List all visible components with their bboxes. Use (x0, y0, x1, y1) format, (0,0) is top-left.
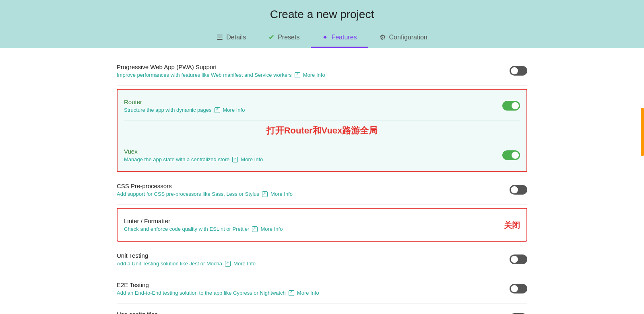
unit-external-icon[interactable] (225, 261, 231, 267)
pwa-toggle[interactable] (510, 66, 527, 76)
feature-css-label: CSS Pre-processors (117, 183, 510, 189)
linter-external-icon[interactable] (252, 226, 258, 232)
feature-config-label: Use config files (117, 311, 510, 314)
details-icon: ☰ (217, 33, 223, 42)
unit-more-info[interactable]: More Info (233, 261, 256, 267)
feature-router-desc: Structure the app with dynamic pages Mor… (124, 107, 502, 113)
pwa-external-icon[interactable] (295, 72, 300, 78)
pwa-slider (510, 66, 527, 76)
scrollbar-thumb[interactable] (641, 108, 644, 156)
css-external-icon[interactable] (262, 191, 268, 197)
feature-vuex: Vuex Manage the app state with a central… (124, 141, 520, 170)
tab-features[interactable]: ✦ Features (311, 28, 368, 48)
page-header: Create a new project ☰ Details ✔ Presets… (0, 0, 644, 48)
router-vuex-annotation: 打开Router和Vuex路游全局 (124, 121, 520, 141)
feature-linter-desc: Check and enforce code quality with ESLi… (124, 226, 504, 232)
router-external-icon[interactable] (215, 107, 220, 113)
tab-presets[interactable]: ✔ Presets (257, 28, 311, 48)
presets-icon: ✔ (268, 33, 275, 42)
e2e-toggle[interactable] (510, 284, 527, 293)
feature-e2e-label: E2E Testing (117, 281, 510, 288)
feature-linter-label: Linter / Formatter (124, 218, 504, 224)
feature-unit-testing: Unit Testing Add a Unit Testing solution… (117, 245, 527, 274)
feature-css-desc: Add support for CSS pre-processors like … (117, 191, 510, 197)
feature-pwa-desc: Improve performances with features like … (117, 72, 510, 78)
feature-e2e-desc: Add an End-to-End testing solution to th… (117, 290, 510, 296)
unit-slider (510, 254, 527, 264)
vuex-external-icon[interactable] (232, 157, 238, 162)
tab-details[interactable]: ☰ Details (205, 28, 257, 48)
linter-highlight: Linter / Formatter Check and enforce cod… (117, 208, 527, 242)
feature-css-preprocessors: CSS Pre-processors Add support for CSS p… (117, 175, 527, 205)
feature-router-label: Router (124, 99, 502, 105)
linter-more-info[interactable]: More Info (260, 226, 283, 232)
router-more-info[interactable]: More Info (223, 107, 245, 113)
e2e-slider (510, 284, 527, 293)
tab-configuration[interactable]: ⚙ Configuration (368, 28, 439, 48)
features-icon: ✦ (322, 33, 328, 42)
features-list: Progressive Web App (PWA) Support Improv… (93, 48, 551, 314)
scrollbar[interactable] (641, 48, 644, 314)
vuex-more-info[interactable]: More Info (241, 156, 263, 162)
configuration-icon: ⚙ (380, 33, 386, 42)
feature-pwa: Progressive Web App (PWA) Support Improv… (117, 56, 527, 86)
feature-vuex-desc: Manage the app state with a centralized … (124, 156, 502, 162)
e2e-more-info[interactable]: More Info (297, 290, 319, 296)
feature-pwa-label: Progressive Web App (PWA) Support (117, 64, 510, 70)
css-slider (510, 185, 527, 195)
e2e-external-icon[interactable] (289, 290, 294, 296)
tab-bar: ☰ Details ✔ Presets ✦ Features ⚙ Configu… (0, 28, 644, 48)
feature-linter: Linter / Formatter Check and enforce cod… (124, 210, 520, 239)
vuex-toggle[interactable] (502, 150, 520, 160)
vuex-slider (502, 150, 520, 160)
feature-unit-label: Unit Testing (117, 252, 510, 259)
router-toggle[interactable] (502, 101, 520, 111)
router-vuex-highlight: Router Structure the app with dynamic pa… (117, 89, 527, 172)
feature-router: Router Structure the app with dynamic pa… (124, 91, 520, 121)
feature-vuex-label: Vuex (124, 148, 502, 155)
feature-config-files: Use config files Use specific configurat… (117, 304, 527, 314)
page-title: Create a new project (0, 8, 644, 21)
feature-unit-desc: Add a Unit Testing solution like Jest or… (117, 261, 510, 267)
css-more-info[interactable]: More Info (270, 191, 293, 197)
main-content: Progressive Web App (PWA) Support Improv… (0, 48, 644, 314)
css-toggle[interactable] (510, 185, 527, 195)
unit-toggle[interactable] (510, 254, 527, 264)
pwa-more-info[interactable]: More Info (303, 72, 325, 78)
linter-annotation: 关闭 (504, 220, 520, 231)
feature-e2e-testing: E2E Testing Add an End-to-End testing so… (117, 274, 527, 304)
router-slider (502, 101, 520, 111)
